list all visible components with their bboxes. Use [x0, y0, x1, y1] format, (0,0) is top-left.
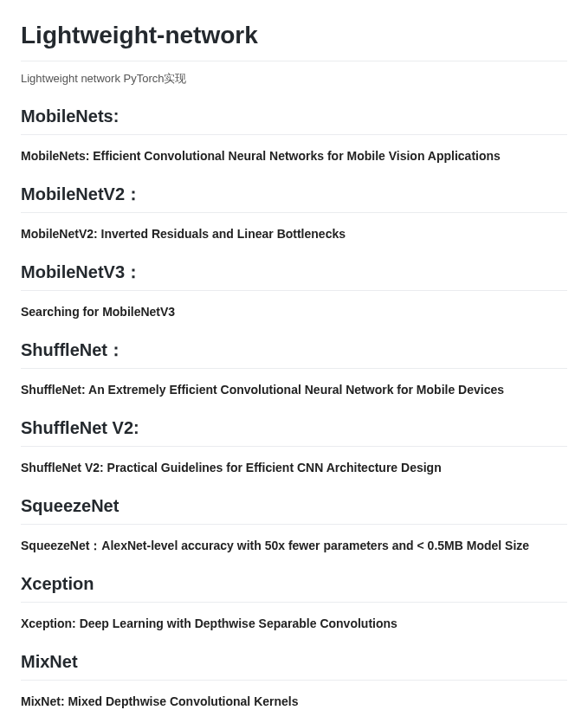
section-heading-mobilenets: MobileNets:: [21, 103, 567, 135]
page-description: Lightweight network PyTorch实现: [21, 70, 567, 87]
section-sub-shufflenet: ShuffleNet: An Extremely Efficient Convo…: [21, 381, 567, 399]
section-sub-mobilenetv2: MobileNetV2: Inverted Residuals and Line…: [21, 225, 567, 243]
section-heading-squeezenet: SqueezeNet: [21, 493, 567, 525]
section-heading-mobilenetv3: MobileNetV3：: [21, 259, 567, 291]
section-heading-xception: Xception: [21, 571, 567, 603]
section-sub-mobilenets: MobileNets: Efficient Convolutional Neur…: [21, 147, 567, 165]
section-heading-shufflenet: ShuffleNet：: [21, 337, 567, 369]
page-title: Lightweight-network: [21, 17, 567, 61]
section-sub-xception: Xception: Deep Learning with Depthwise S…: [21, 615, 567, 633]
readme-container: Lightweight-network Lightweight network …: [0, 0, 588, 710]
section-sub-shufflenetv2: ShuffleNet V2: Practical Guidelines for …: [21, 459, 567, 477]
section-heading-mobilenetv2: MobileNetV2：: [21, 181, 567, 213]
section-sub-mobilenetv3: Searching for MobileNetV3: [21, 303, 567, 321]
section-sub-squeezenet: SqueezeNet：AlexNet-level accuracy with 5…: [21, 537, 567, 555]
section-heading-shufflenetv2: ShuffleNet V2:: [21, 415, 567, 447]
section-sub-mixnet: MixNet: Mixed Depthwise Convolutional Ke…: [21, 693, 567, 711]
section-heading-mixnet: MixNet: [21, 649, 567, 681]
